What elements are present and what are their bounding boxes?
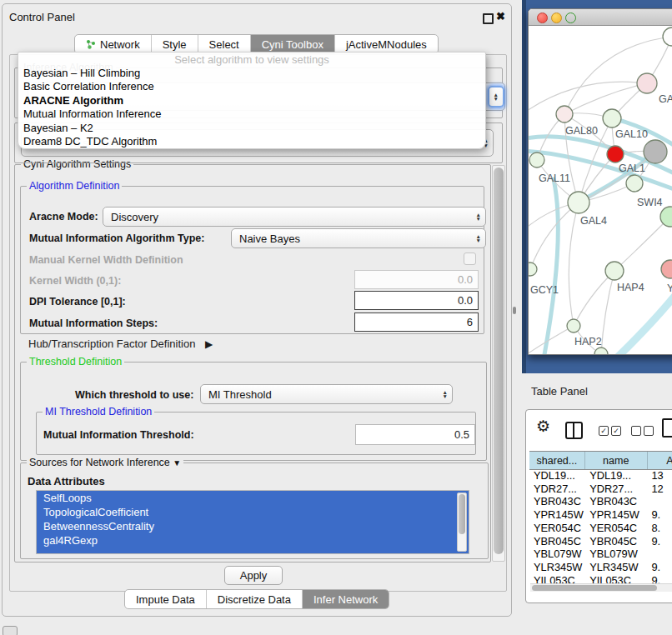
settings-scrollbar-thumb[interactable] — [494, 168, 504, 554]
column-header-1[interactable]: shared... — [529, 452, 585, 469]
attribute-rows: SelfLoopsTopologicalCoefficientBetweenne… — [37, 491, 469, 548]
minimize-traffic-light-icon[interactable] — [551, 12, 562, 23]
close-traffic-light-icon[interactable] — [537, 12, 548, 23]
which-threshold-combo[interactable]: MI Threshold ▲▼ — [200, 384, 453, 404]
dropdown-item[interactable]: ARACNE Algorithm — [18, 94, 485, 108]
node-gcy1[interactable] — [529, 262, 537, 276]
tab-jactivemnodules[interactable]: jActiveMNodules — [335, 35, 438, 53]
table-cell: YDL19... — [585, 469, 648, 482]
dropdown-item[interactable]: Dream8 DC_TDC Algorithm — [18, 135, 485, 148]
sources-group-label: Sources for Network Inference ▼ — [27, 457, 183, 468]
tab-label: jActiveMNodules — [346, 38, 427, 51]
node-gray[interactable] — [644, 140, 667, 163]
hub-definition-section[interactable]: Hub/Transcription Factor Definition ▶ — [28, 338, 213, 350]
mi-type-combo[interactable]: Naive Bayes ▲▼ — [231, 228, 486, 248]
node-gal4[interactable] — [568, 192, 589, 213]
network-edge[interactable] — [564, 37, 672, 114]
table-scrollbar-thumb[interactable] — [532, 585, 657, 591]
network-edge[interactable] — [529, 326, 574, 354]
zoom-traffic-light-icon[interactable] — [565, 12, 576, 23]
node-gal11[interactable] — [529, 152, 544, 168]
node-gal2[interactable] — [637, 73, 657, 93]
document-icon[interactable] — [662, 418, 672, 438]
node-salmon[interactable] — [661, 260, 672, 278]
table-row[interactable]: YBR045CYBR045C9. — [529, 535, 672, 548]
mi-threshold-input[interactable]: 0.5 — [355, 424, 475, 445]
node-label-gal: GAL — [659, 93, 672, 105]
network-canvas[interactable]: GALGAL80GAL10GAL1GAL11SWI4GAL4GCY1HAP4YH… — [529, 26, 672, 354]
network-edge[interactable] — [529, 82, 647, 112]
node-hap4[interactable] — [605, 262, 624, 280]
node-red[interactable] — [607, 146, 624, 162]
tab-style[interactable]: Style — [152, 35, 198, 53]
tab-discretize-data[interactable]: Discretize Data — [207, 590, 303, 608]
settings-scrollbar[interactable] — [492, 165, 505, 562]
attribute-item[interactable]: SelfLoops — [37, 491, 469, 505]
bottom-left-panel-icon[interactable] — [3, 626, 18, 635]
mi-threshold-definition-label: MI Threshold Definition — [43, 406, 154, 418]
network-edge[interactable] — [614, 217, 670, 271]
node-gal10[interactable] — [603, 109, 621, 128]
table-row[interactable]: YDR27...YDR27...12 — [529, 482, 672, 496]
dropdown-item[interactable]: Mutual Information Inference — [18, 108, 485, 121]
attribute-item[interactable]: gal4RGexp — [37, 533, 469, 548]
attribute-item[interactable]: BetweennessCentrality — [37, 519, 469, 533]
combo-stepper-icon: ▲▼ — [472, 234, 485, 243]
attribute-item[interactable]: TopologicalCoefficient — [37, 505, 469, 519]
collapse-arrow-icon[interactable]: ▼ — [173, 458, 181, 468]
attribute-row-partial[interactable] — [37, 548, 469, 554]
node-label-hap4: HAP4 — [617, 282, 644, 293]
deselect-all-icon[interactable] — [631, 426, 654, 436]
node-label-y: Y — [667, 282, 672, 294]
table-row[interactable]: YER054CYER054C8. — [529, 522, 672, 535]
table-horizontal-scrollbar[interactable] — [530, 583, 672, 592]
select-all-icon[interactable]: ✓ ✓ — [599, 426, 621, 436]
node-swi4[interactable] — [660, 207, 672, 227]
dropdown-item[interactable]: Basic Correlation Inference — [18, 80, 485, 93]
table-row[interactable]: YBL079WYBL079W — [529, 548, 672, 561]
apply-button[interactable]: Apply — [224, 566, 283, 585]
node-hap2[interactable] — [567, 319, 580, 332]
kernel-width-input[interactable]: 0.0 — [354, 270, 479, 289]
node-bottom[interactable] — [594, 348, 608, 354]
network-graph[interactable]: GALGAL80GAL10GAL1GAL11SWI4GAL4GCY1HAP4YH… — [529, 26, 672, 354]
tab-select[interactable]: Select — [198, 35, 251, 53]
tab-network[interactable]: Network — [75, 35, 152, 53]
column-header-3[interactable]: A — [648, 452, 672, 469]
panel-divider-handle[interactable] — [513, 307, 516, 314]
table-row[interactable]: YBR043CYBR043C — [529, 495, 672, 508]
node-label-swi4: SWI4 — [637, 197, 663, 208]
node-gal1[interactable] — [626, 175, 643, 192]
network-edge[interactable] — [569, 202, 579, 326]
network-edge[interactable] — [612, 286, 672, 354]
dropdown-item[interactable]: Bayesian – Hill Climbing — [18, 67, 485, 80]
aracne-mode-combo[interactable]: Discovery ▲▼ — [103, 207, 486, 227]
node-gal80[interactable] — [556, 106, 573, 122]
tab-cyni-toolbox[interactable]: Cyni Toolbox — [251, 35, 335, 53]
gear-icon[interactable]: ⚙ — [536, 417, 550, 436]
table-row[interactable]: YPR145WYPR145W9. — [529, 508, 672, 522]
node-top[interactable] — [663, 28, 672, 46]
table-cell: 9. — [648, 508, 672, 522]
tab-impute-data[interactable]: Impute Data — [125, 590, 207, 608]
network-window-titlebar[interactable] — [529, 9, 672, 26]
float-window-icon[interactable] — [483, 13, 494, 24]
manual-kernel-checkbox[interactable] — [464, 252, 476, 265]
attributes-scrollbar-thumb[interactable] — [459, 494, 465, 534]
node-label-gal10: GAL10 — [615, 128, 648, 140]
attributes-scrollbar[interactable] — [457, 492, 467, 552]
mi-steps-input[interactable]: 6 — [354, 312, 479, 332]
table-row[interactable]: YLR345WYLR345W9. — [529, 561, 672, 574]
expand-arrow-icon[interactable]: ▶ — [205, 338, 213, 350]
close-icon[interactable]: ✖ — [496, 10, 505, 22]
column-header-2[interactable]: name — [585, 452, 648, 469]
dpi-tolerance-input[interactable]: 0.0 — [354, 291, 479, 310]
network-edge[interactable] — [544, 179, 558, 354]
combo-stepper-icon: ▲▼ — [439, 390, 452, 399]
dropdown-item[interactable]: Bayesian – K2 — [18, 122, 485, 135]
columns-icon[interactable] — [565, 422, 583, 439]
table-row[interactable]: YDL19...YDL19...13 — [529, 469, 672, 482]
mi-type-value: Naive Bayes — [239, 232, 300, 245]
network-view-window: GALGAL80GAL10GAL1GAL11SWI4GAL4GCY1HAP4YH… — [528, 8, 672, 355]
tab-infer-network[interactable]: Infer Network — [303, 590, 389, 608]
